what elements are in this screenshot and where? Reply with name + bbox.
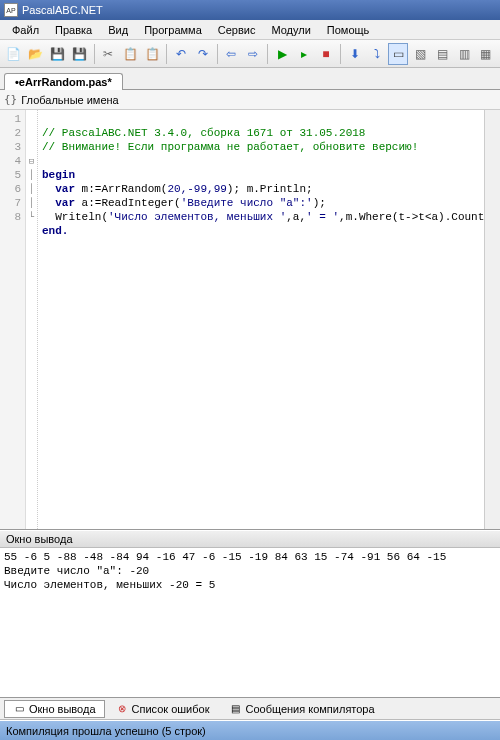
output-line: Число элементов, меньших -20 = 5 <box>4 579 215 591</box>
tab-output[interactable]: ▭ Окно вывода <box>4 700 105 718</box>
panel-icon[interactable]: ▧ <box>410 43 430 65</box>
open-file-icon[interactable]: 📂 <box>26 43 46 65</box>
undo-icon[interactable]: ↶ <box>171 43 191 65</box>
output-panel[interactable]: 55 -6 5 -88 -48 -84 94 -16 47 -6 -15 -19… <box>0 548 500 698</box>
app-icon: AP <box>4 3 18 17</box>
menu-service[interactable]: Сервис <box>210 22 264 38</box>
code-area[interactable]: // PascalABC.NET 3.4.0, сборка 1671 от 3… <box>38 110 484 529</box>
menu-edit[interactable]: Правка <box>47 22 100 38</box>
nav-bar: {} Глобальные имена <box>0 90 500 110</box>
menu-modules[interactable]: Модули <box>263 22 318 38</box>
menu-bar: Файл Правка Вид Программа Сервис Модули … <box>0 20 500 40</box>
toolbar-separator <box>267 44 268 64</box>
vertical-scrollbar[interactable] <box>484 110 500 529</box>
fold-column[interactable]: ⊟ │││ └ <box>26 110 38 529</box>
code-editor[interactable]: 1 2 3 4 5 6 7 8 ⊟ │││ └ // PascalABC.NET… <box>0 110 500 530</box>
error-tab-icon: ⊗ <box>116 703 128 715</box>
title-bar: AP PascalABC.NET <box>0 0 500 20</box>
line-gutter: 1 2 3 4 5 6 7 8 <box>0 110 26 529</box>
step-over-icon[interactable]: ⤵ <box>367 43 387 65</box>
toolbar-separator <box>94 44 95 64</box>
paste-icon[interactable]: 📋 <box>142 43 162 65</box>
output-header: Окно вывода <box>0 530 500 548</box>
code-line: // PascalABC.NET 3.4.0, сборка 1671 от 3… <box>42 127 365 139</box>
run-icon[interactable]: ▶ <box>272 43 292 65</box>
bottom-tab-bar: ▭ Окно вывода ⊗ Список ошибок ▤ Сообщени… <box>0 698 500 720</box>
code-line: begin <box>42 169 75 181</box>
step-into-icon[interactable]: ⬇ <box>345 43 365 65</box>
output-line: 55 -6 5 -88 -48 -84 94 -16 47 -6 -15 -19… <box>4 551 446 563</box>
file-tab-bar: •eArrRandom.pas* <box>0 68 500 90</box>
panel4-icon[interactable]: ▦ <box>476 43 496 65</box>
panel3-icon[interactable]: ▥ <box>454 43 474 65</box>
new-file-icon[interactable]: 📄 <box>4 43 24 65</box>
tab-errors[interactable]: ⊗ Список ошибок <box>107 700 219 718</box>
stop-icon[interactable]: ■ <box>316 43 336 65</box>
status-bar: Компиляция прошла успешно (5 строк) <box>0 720 500 740</box>
save-icon[interactable]: 💾 <box>48 43 68 65</box>
tab-label: Сообщения компилятора <box>245 703 374 715</box>
code-line: // Внимание! Если программа не работает,… <box>42 141 418 153</box>
menu-program[interactable]: Программа <box>136 22 210 38</box>
tab-label: Окно вывода <box>29 703 96 715</box>
output-line: Введите число "a": -20 <box>4 565 149 577</box>
cut-icon[interactable]: ✂ <box>98 43 118 65</box>
save-all-icon[interactable]: 💾 <box>70 43 90 65</box>
redo-icon[interactable]: ↷ <box>193 43 213 65</box>
tab-label: Список ошибок <box>132 703 210 715</box>
file-tab[interactable]: •eArrRandom.pas* <box>4 73 123 90</box>
run-debug-icon[interactable]: ▸ <box>294 43 314 65</box>
nav-back-icon[interactable]: ⇦ <box>222 43 242 65</box>
output-tab-icon: ▭ <box>13 703 25 715</box>
menu-view[interactable]: Вид <box>100 22 136 38</box>
toolbar-separator <box>340 44 341 64</box>
menu-help[interactable]: Помощь <box>319 22 378 38</box>
tab-compiler[interactable]: ▤ Сообщения компилятора <box>220 700 383 718</box>
toggle-output-icon[interactable]: ▭ <box>388 43 408 65</box>
compiler-tab-icon: ▤ <box>229 703 241 715</box>
menu-file[interactable]: Файл <box>4 22 47 38</box>
fold-minus-icon[interactable]: ⊟ <box>26 154 37 168</box>
braces-icon: {} <box>4 93 17 106</box>
scope-selector[interactable]: Глобальные имена <box>21 94 119 106</box>
toolbar-separator <box>217 44 218 64</box>
panel2-icon[interactable]: ▤ <box>432 43 452 65</box>
copy-icon[interactable]: 📋 <box>120 43 140 65</box>
code-line: end. <box>42 225 68 237</box>
status-text: Компиляция прошла успешно (5 строк) <box>6 725 206 737</box>
nav-forward-icon[interactable]: ⇨ <box>243 43 263 65</box>
toolbar-separator <box>166 44 167 64</box>
toolbar: 📄 📂 💾 💾 ✂ 📋 📋 ↶ ↷ ⇦ ⇨ ▶ ▸ ■ ⬇ ⤵ ▭ ▧ ▤ ▥ … <box>0 40 500 68</box>
window-title: PascalABC.NET <box>22 4 103 16</box>
